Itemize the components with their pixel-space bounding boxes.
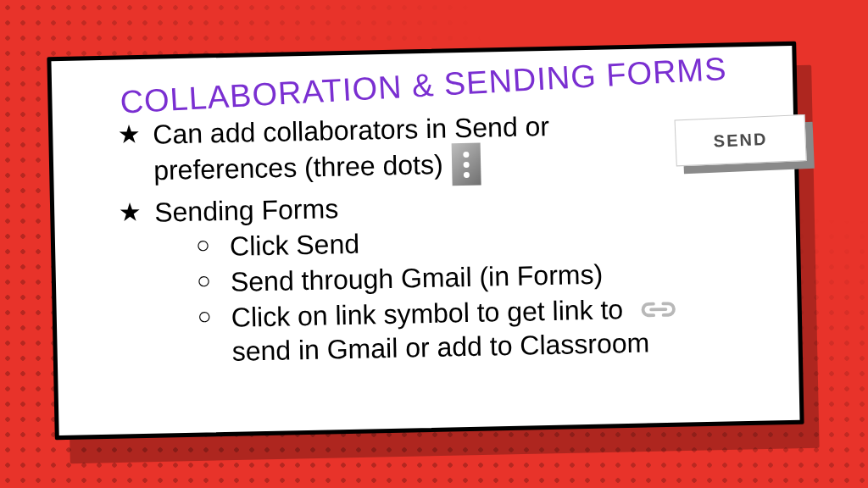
three-dots-icon bbox=[452, 143, 481, 186]
bullet-text: Click Send bbox=[230, 229, 360, 262]
bullet-text: preferences (three dots) bbox=[153, 149, 443, 186]
bullet-text: Click on link symbol to get link to bbox=[231, 294, 623, 333]
main-bullet-list: Can add collaborators in Send or prefere… bbox=[117, 105, 768, 371]
send-button[interactable]: SEND bbox=[675, 114, 807, 166]
bullet-text: Sending Forms bbox=[154, 193, 339, 228]
sub-bullet-link-symbol: Click on link symbol to get link to send… bbox=[197, 290, 768, 369]
link-icon bbox=[639, 298, 678, 319]
bullet-collaborators: Can add collaborators in Send or prefere… bbox=[117, 105, 765, 195]
send-button-label: SEND bbox=[713, 130, 767, 152]
bullet-sending-forms: Sending Forms Click Send Send through Gm… bbox=[119, 183, 768, 371]
content-panel: Collaboration & Sending Forms Can add co… bbox=[47, 42, 804, 440]
bullet-text: Can add collaborators in Send or bbox=[153, 111, 549, 150]
bullet-text: send in Gmail or add to Classroom bbox=[231, 327, 649, 366]
sub-bullet-list: Click Send Send through Gmail (in Forms)… bbox=[196, 219, 768, 369]
bullet-text: Send through Gmail (in Forms) bbox=[231, 259, 604, 297]
